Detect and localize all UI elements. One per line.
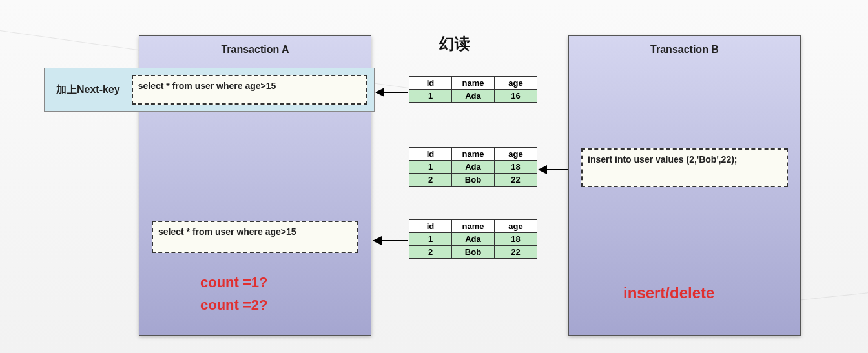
- insert-delete-text: insert/delete: [623, 284, 714, 302]
- data-table-2: id name age 1 Ada 18 2 Bob 22: [409, 147, 537, 187]
- sql-select-1: select * from user where age>15: [132, 75, 367, 105]
- data-table-3: id name age 1 Ada 18 2 Bob 22: [409, 219, 537, 259]
- th-name: name: [452, 148, 495, 161]
- th-id: id: [409, 148, 452, 161]
- table-row: 1 Ada 18: [409, 233, 537, 246]
- count-text-1: count =1?: [200, 274, 268, 291]
- next-key-label: 加上Next-key: [45, 83, 132, 97]
- arrow-b-to-t2: [539, 169, 568, 170]
- th-id: id: [409, 220, 452, 233]
- th-age: age: [495, 220, 537, 233]
- arrow-t3-to-a: [373, 240, 408, 241]
- next-key-box: 加上Next-key select * from user where age>…: [44, 68, 375, 112]
- table-row: 2 Bob 22: [409, 246, 537, 259]
- table-row: 2 Bob 22: [409, 174, 537, 187]
- diagram-title: 幻读: [439, 34, 470, 54]
- table-row: 1 Ada 16: [409, 90, 537, 103]
- table-row: 1 Ada 18: [409, 161, 537, 174]
- th-age: age: [495, 148, 537, 161]
- arrow-t1-to-a: [376, 92, 408, 93]
- transaction-b-title: Transaction B: [569, 36, 800, 62]
- th-age: age: [495, 77, 537, 90]
- sql-insert: insert into user values (2,'Bob',22);: [581, 148, 788, 187]
- transaction-a-title: Transaction A: [140, 36, 371, 62]
- th-name: name: [452, 220, 495, 233]
- th-name: name: [452, 77, 495, 90]
- data-table-1: id name age 1 Ada 16: [409, 76, 537, 103]
- count-text-2: count =2?: [200, 297, 268, 314]
- sql-select-2: select * from user where age>15: [152, 221, 358, 253]
- th-id: id: [409, 77, 452, 90]
